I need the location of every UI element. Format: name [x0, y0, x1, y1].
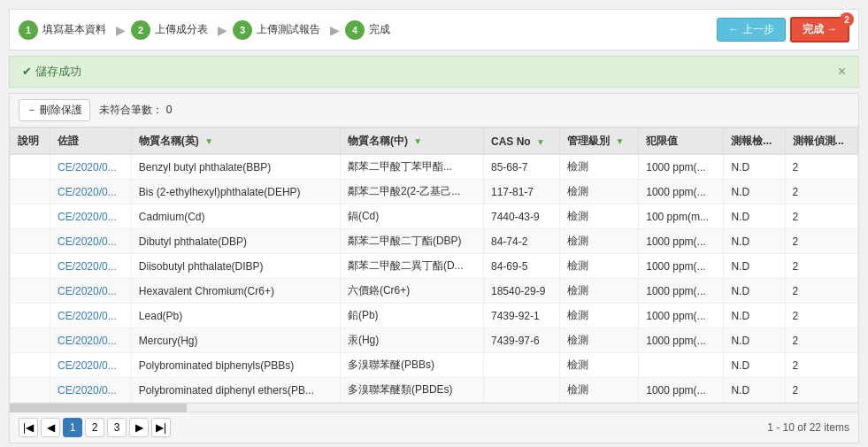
cell-name-en: Hexavalent Chromium(Cr6+) [131, 279, 340, 304]
cell-cas: 18540-29-9 [484, 279, 560, 304]
cell-name-zh: 鄰苯二甲酸二丁酯(DBP) [340, 229, 483, 254]
cell-ref[interactable]: CE/2020/0... [50, 304, 131, 328]
non-conform-label: 未符合筆數： [99, 104, 163, 116]
page-container: 1 填寫基本資料 ▶ 2 上傳成分表 ▶ 3 上傳測試報告 ▶ 4 完成 ← 上… [0, 0, 868, 447]
cell-cas: 84-69-5 [484, 254, 560, 279]
cell-cas: 117-81-7 [484, 180, 560, 204]
table-row: CE/2020/0...Bis (2-ethylhexyl)phthalate(… [11, 180, 858, 204]
cell-nd: N.D [724, 279, 785, 304]
cell-nd: N.D [724, 229, 785, 254]
table-body: CE/2020/0...Benzyl butyl phthalate(BBP)鄰… [11, 155, 858, 403]
step-1: 1 填寫基本資料 [19, 20, 111, 40]
step-3-label: 上傳測試報告 [257, 22, 320, 37]
cell-cas: 7439-97-6 [484, 328, 560, 353]
cell-nd: N.D [724, 378, 785, 403]
table-row: CE/2020/0...Hexavalent Chromium(Cr6+)六價鉻… [11, 279, 858, 304]
step-arrow-1: ▶ [116, 23, 126, 37]
cell-name-en: Lead(Pb) [131, 304, 340, 328]
cell-ref[interactable]: CE/2020/0... [50, 204, 131, 229]
cell-note [11, 353, 50, 378]
step-4: 4 完成 [345, 20, 395, 40]
cell-level: 檢測 [560, 254, 639, 279]
cell-ref[interactable]: CE/2020/0... [50, 180, 131, 204]
page-1-button[interactable]: 1 [63, 418, 82, 437]
filter-icon-name-zh[interactable]: ▼ [413, 136, 422, 146]
cell-ref[interactable]: CE/2020/0... [50, 229, 131, 254]
wizard-steps: 1 填寫基本資料 ▶ 2 上傳成分表 ▶ 3 上傳測試報告 ▶ 4 完成 [19, 20, 395, 40]
cell-ref[interactable]: CE/2020/0... [50, 378, 131, 403]
page-2-button[interactable]: 2 [85, 418, 104, 437]
cell-cas [484, 378, 560, 403]
cell-name-en: Polybrominated diphenyl ethers(PB... [131, 378, 340, 403]
table-row: CE/2020/0...Diisobutyl phthalate(DIBP)鄰苯… [11, 254, 858, 279]
col-limit: 犯限值 [639, 128, 724, 155]
cell-limit [639, 353, 724, 378]
page-prev-button[interactable]: ◀ [41, 418, 60, 437]
cell-limit: 1000 ppm(... [639, 229, 724, 254]
cell-nd: N.D [724, 328, 785, 353]
prev-button[interactable]: ← 上一步 [717, 18, 785, 42]
success-close-button[interactable]: × [838, 64, 846, 80]
step-3-circle: 3 [233, 20, 252, 40]
cell-cas [484, 353, 560, 378]
col-level: 管理級別 ▼ [560, 128, 639, 155]
cell-level: 檢測 [560, 204, 639, 229]
cell-name-zh: 六價鉻(Cr6+) [340, 279, 483, 304]
cell-ref[interactable]: CE/2020/0... [50, 254, 131, 279]
cell-note [11, 279, 50, 304]
cell-ref[interactable]: CE/2020/0... [50, 353, 131, 378]
cell-ref[interactable]: CE/2020/0... [50, 279, 131, 304]
finish-badge: 2 [840, 12, 854, 27]
cell-note [11, 304, 50, 328]
table-row: CE/2020/0...Cadmium(Cd)鎘(Cd)7440-43-9檢測1… [11, 204, 858, 229]
step-2-label: 上傳成分表 [155, 22, 208, 37]
cell-nd: N.D [724, 204, 785, 229]
col-nd: 測報檢... [724, 128, 785, 155]
filter-icon-name-en[interactable]: ▼ [204, 136, 213, 146]
table-row: CE/2020/0...Benzyl butyl phthalate(BBP)鄰… [11, 155, 858, 180]
table-row: CE/2020/0...Polybrominated biphenyls(PBB… [11, 353, 858, 378]
cell-limit: 1000 ppm(... [639, 180, 724, 204]
table-row: CE/2020/0...Lead(Pb)鉛(Pb)7439-92-1檢測1000… [11, 304, 858, 328]
cell-val: 2 [785, 378, 857, 403]
cell-val: 2 [785, 204, 857, 229]
table-header-row: 說明 佐證 物質名稱(英) ▼ 物質名稱(中) ▼ CAS No ▼ 管理級別 … [11, 128, 858, 155]
col-name-zh: 物質名稱(中) ▼ [340, 128, 483, 155]
horizontal-scrollbar[interactable] [10, 403, 858, 412]
filter-icon-level[interactable]: ▼ [615, 136, 624, 146]
cell-name-en: Cadmium(Cd) [131, 204, 340, 229]
cell-val: 2 [785, 254, 857, 279]
success-message: ✔ 儲存成功 [22, 64, 81, 80]
page-next-button[interactable]: ▶ [129, 418, 149, 437]
cell-val: 2 [785, 229, 857, 254]
wizard-buttons: ← 上一步 完成 → 2 [717, 17, 849, 42]
cell-note [11, 180, 50, 204]
step-2: 2 上傳成分表 [131, 20, 212, 40]
cell-name-en: Bis (2-ethylhexyl)phthalate(DEHP) [131, 180, 340, 204]
cell-name-zh: 多溴聯苯醚類(PBDEs) [340, 378, 483, 403]
col-name-en: 物質名稱(英) ▼ [131, 128, 340, 155]
cell-limit: 1000 ppm(... [639, 155, 724, 180]
cell-level: 檢測 [560, 353, 639, 378]
cell-name-en: Dibutyl phthalate(DBP) [131, 229, 340, 254]
pagination: |◀ ◀ 1 2 3 ▶ ▶| [19, 418, 171, 437]
filter-icon-cas[interactable]: ▼ [536, 137, 545, 147]
cell-ref[interactable]: CE/2020/0... [50, 328, 131, 353]
page-first-button[interactable]: |◀ [19, 418, 38, 437]
page-3-button[interactable]: 3 [107, 418, 127, 437]
cell-ref[interactable]: CE/2020/0... [50, 155, 131, 180]
col-ref: 佐證 [50, 128, 131, 155]
cell-note [11, 155, 50, 180]
delete-protect-label: － 刪除保護 [27, 103, 82, 118]
delete-protect-button[interactable]: － 刪除保護 [19, 99, 90, 121]
scrollbar-thumb[interactable] [10, 404, 187, 412]
cell-limit: 1000 ppm(... [639, 328, 724, 353]
cell-limit: 1000 ppm(... [639, 279, 724, 304]
cell-note [11, 229, 50, 254]
cell-name-en: Benzyl butyl phthalate(BBP) [131, 155, 340, 180]
cell-val: 2 [785, 155, 857, 180]
cell-val: 2 [785, 304, 857, 328]
data-table: 說明 佐證 物質名稱(英) ▼ 物質名稱(中) ▼ CAS No ▼ 管理級別 … [10, 127, 858, 403]
page-last-button[interactable]: ▶| [151, 418, 171, 437]
main-panel: － 刪除保護 未符合筆數： 0 說明 佐證 物質名稱(英) ▼ 物質名稱(中) … [9, 93, 859, 443]
